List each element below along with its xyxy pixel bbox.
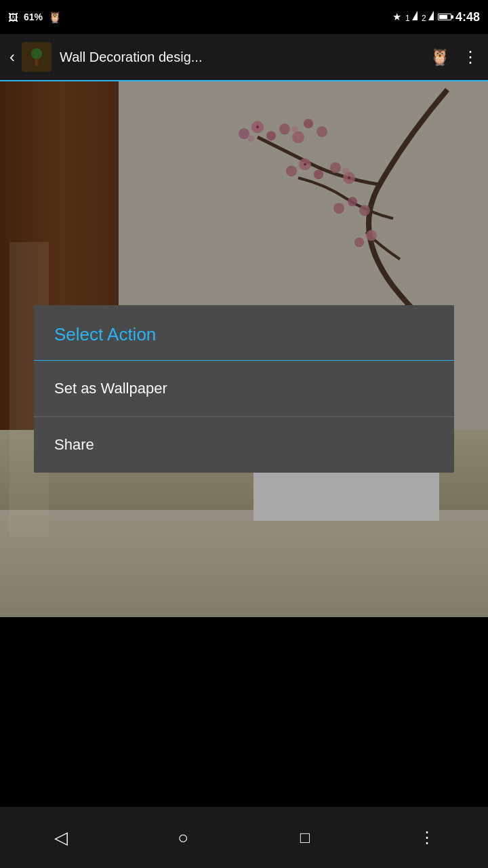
more-options-icon[interactable]: ⋮ — [462, 47, 479, 66]
toolbar-action-icons: 🦉 ⋮ — [430, 47, 479, 66]
signal2-icon: 2 — [422, 11, 434, 23]
nav-back-button[interactable]: ◁ — [41, 817, 81, 858]
svg-text:2: 2 — [422, 14, 426, 23]
image-icon: 🖼 — [8, 12, 18, 23]
toolbar-title: Wall Decoration desig... — [60, 50, 430, 65]
back-button[interactable]: ‹ — [9, 47, 15, 66]
app-toolbar: ‹ Wall Decoration desig... 🦉 ⋮ — [0, 34, 488, 81]
signal1-icon: 1 — [405, 11, 418, 23]
battery-text: 61% — [24, 12, 43, 22]
app-thumbnail — [22, 42, 52, 72]
svg-text:1: 1 — [405, 14, 410, 23]
owl-icon: 🦉 — [48, 11, 62, 24]
star-icon: ★ — [392, 11, 401, 23]
status-bar: 🖼 61% 🦉 ★ 1 2 4:48 — [0, 0, 488, 34]
svg-rect-6 — [35, 59, 39, 66]
nav-home-button[interactable]: ○ — [163, 817, 203, 858]
share-button[interactable]: Share — [34, 417, 454, 473]
dialog-title: Select Action — [34, 305, 454, 361]
bottom-area — [0, 617, 488, 773]
thumbnail-tree-icon — [24, 45, 49, 69]
status-time: 4:48 — [455, 10, 480, 24]
svg-marker-1 — [412, 11, 418, 20]
main-content: Select Action Set as Wallpaper Share — [0, 81, 488, 617]
nav-recent-button[interactable]: □ — [285, 817, 325, 858]
set-as-wallpaper-button[interactable]: Set as Wallpaper — [34, 361, 454, 417]
toolbar-owl-icon[interactable]: 🦉 — [430, 47, 450, 66]
nav-more-button[interactable]: ⋮ — [407, 817, 447, 858]
battery-icon — [438, 14, 451, 20]
svg-point-5 — [31, 48, 42, 59]
nav-bar: ◁ ○ □ ⋮ — [0, 807, 488, 868]
svg-marker-3 — [428, 11, 434, 20]
select-action-dialog: Select Action Set as Wallpaper Share — [34, 305, 454, 473]
status-left-icons: 🖼 61% 🦉 — [8, 11, 62, 24]
status-right-icons: ★ 1 2 4:48 — [392, 10, 480, 24]
